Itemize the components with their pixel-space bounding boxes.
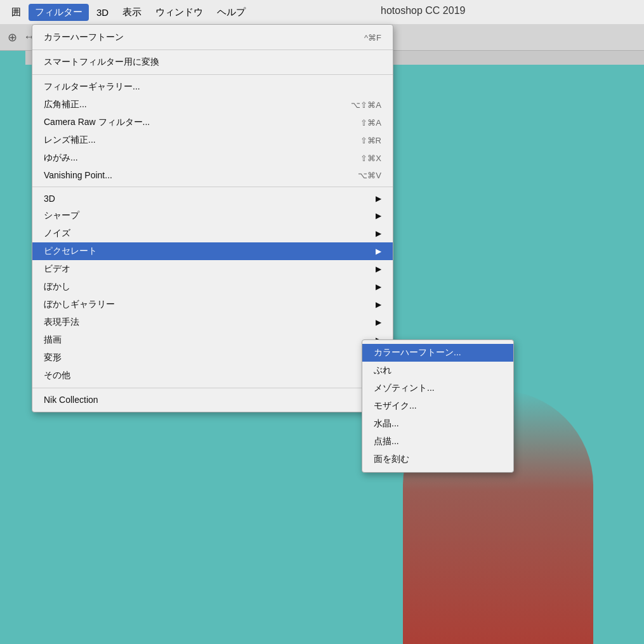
menu-item-camera-raw[interactable]: Camera Raw フィルター... ⇧⌘A [32,114,393,131]
arrow-icon: ▶ [376,265,381,273]
submenu-item-label: モザイク... [374,400,417,412]
menu-item-label: Camera Raw フィルター... [44,117,150,128]
menu-item-label: ぼかし [44,281,70,292]
menu-item-label: 3D [44,194,55,204]
arrow-icon: ▶ [376,194,381,203]
menu-item-shortcut: ⌥⇧⌘A [351,100,381,110]
submenu-item-label: ぶれ [374,365,391,376]
menu-item-shortcut: ⇧⌘R [360,136,381,145]
menubar-item-view[interactable]: 表示 [116,4,148,21]
separator-4 [32,388,393,388]
menu-item-nik-collection[interactable]: Nik Collection ▶ [32,391,393,408]
menubar-item-window[interactable]: ウィンドウ [149,4,209,21]
menu-item-label: ビデオ [44,263,70,275]
arrow-icon: ▶ [376,211,381,220]
menu-item-shortcut: ^⌘F [364,33,381,43]
arrow-icon: ▶ [376,247,381,256]
menu-item-render[interactable]: 描画 ▶ [32,331,393,349]
menu-item-label: Vanishing Point... [44,170,112,180]
submenu-item-label: 面を刻む [374,454,409,465]
menu-item-3d[interactable]: 3D ▶ [32,190,393,207]
submenu-item-label: メゾティント... [374,383,435,394]
menubar-item-filter[interactable]: フィルター [29,4,89,21]
menu-item-shortcut: ⇧⌘A [360,118,381,128]
menubar-item-help[interactable]: ヘルプ [211,4,252,21]
menu-item-pixelate[interactable]: ピクセレート ▶ [32,242,393,260]
menubar-item-edit[interactable]: 囲 [5,4,27,21]
menu-item-label: 変形 [44,352,62,364]
submenu-item-colorhalftone[interactable]: カラーハーフトーン... [362,344,513,362]
ps-title: hotoshop CC 2019 [381,5,465,16]
arrow-icon: ▶ [376,229,381,238]
menu-item-label: スマートフィルター用に変換 [44,56,159,68]
submenu-item-label: 水晶... [374,418,399,430]
menu-item-stylize[interactable]: 表現手法 ▶ [32,313,393,331]
menubar-item-3d[interactable]: 3D [90,4,115,20]
submenu-item-label: カラーハーフトーン... [374,347,461,358]
menu-item-other[interactable]: その他 ▶ [32,367,393,384]
submenu-item-facet[interactable]: 面を刻む [362,450,513,468]
toolbar-icon-move[interactable]: ⊕ [8,30,17,44]
submenu-item-label: 点描... [374,436,399,447]
menu-item-label: その他 [44,370,70,381]
menu-item-video[interactable]: ビデオ ▶ [32,260,393,278]
menu-item-sharpen[interactable]: シャープ ▶ [32,207,393,225]
submenu-item-mosaic[interactable]: モザイク... [362,397,513,415]
menu-item-blur[interactable]: ぼかし ▶ [32,278,393,296]
menu-item-wide-angle[interactable]: 広角補正... ⌥⇧⌘A [32,96,393,114]
menu-item-label: Nik Collection [44,395,98,405]
menu-item-colorhalftone-top[interactable]: カラーハーフトーン ^⌘F [32,29,393,46]
menu-item-shortcut: ⌥⌘V [358,171,381,180]
menu-item-smart-filter[interactable]: スマートフィルター用に変換 [32,53,393,71]
menu-item-label: カラーハーフトーン [44,32,124,43]
arrow-icon: ▶ [376,318,381,327]
menu-item-label: レンズ補正... [44,135,96,146]
pixelate-submenu: カラーハーフトーン... ぶれ メゾティント... モザイク... 水晶... … [362,339,514,473]
menu-item-label: ゆがみ... [44,152,78,164]
menu-item-blur-gallery[interactable]: ぼかしギャラリー ▶ [32,296,393,313]
separator-2 [32,74,393,75]
menu-item-label: シャープ [44,210,79,221]
menu-item-vanishing-point[interactable]: Vanishing Point... ⌥⌘V [32,167,393,183]
menu-item-label: 広角補正... [44,99,87,110]
arrow-icon: ▶ [376,282,381,291]
menu-item-filter-gallery[interactable]: フィルターギャラリー... [32,78,393,96]
menu-item-label: ピクセレート [44,246,97,257]
submenu-item-pointillize[interactable]: 点描... [362,433,513,450]
submenu-item-mezzotint[interactable]: メゾティント... [362,379,513,397]
menu-bar: 囲 フィルター 3D 表示 ウィンドウ ヘルプ hotoshop CC 2019 [0,0,644,24]
menu-item-label: ノイズ [44,228,70,239]
separator-1 [32,49,393,50]
menu-item-lens-correction[interactable]: レンズ補正... ⇧⌘R [32,131,393,149]
menu-item-label: 表現手法 [44,317,79,328]
menu-item-label: ぼかしギャラリー [44,299,115,310]
menu-item-liquify[interactable]: ゆがみ... ⇧⌘X [32,149,393,167]
menu-item-label: 描画 [44,334,62,346]
submenu-item-crystal[interactable]: 水晶... [362,415,513,433]
submenu-item-blur[interactable]: ぶれ [362,362,513,379]
menu-item-noise[interactable]: ノイズ ▶ [32,225,393,242]
menu-item-distort[interactable]: 変形 ▶ [32,349,393,367]
menu-item-shortcut: ⇧⌘X [360,154,381,163]
menu-item-label: フィルターギャラリー... [44,81,140,93]
arrow-icon: ▶ [376,300,381,309]
filter-menu: カラーハーフトーン ^⌘F スマートフィルター用に変換 フィルターギャラリー..… [32,24,393,412]
separator-3 [32,187,393,187]
